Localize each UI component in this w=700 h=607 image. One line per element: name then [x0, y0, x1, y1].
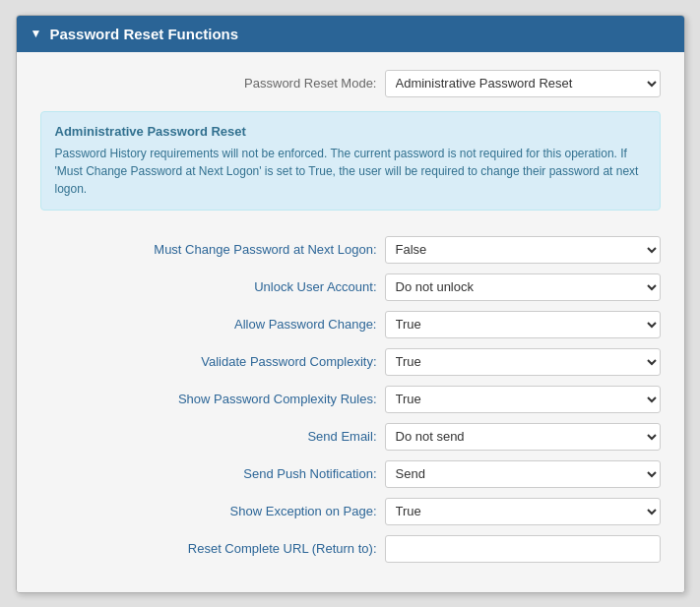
field-reset-url-label: Reset Complete URL (Return to):: [170, 541, 377, 556]
field-must-change-password-label: Must Change Password at Next Logon:: [154, 242, 376, 257]
show-complexity-rules-select[interactable]: True False: [385, 386, 661, 413]
panel-header: ▼ Password Reset Functions: [17, 16, 684, 52]
field-send-push-label: Send Push Notification:: [170, 466, 377, 481]
validate-complexity-select[interactable]: True False: [385, 348, 661, 376]
field-show-complexity-rules-row: Show Password Complexity Rules: True Fal…: [40, 386, 661, 413]
send-push-select[interactable]: Send Do not send: [385, 460, 661, 488]
chevron-icon[interactable]: ▼: [31, 27, 42, 40]
field-validate-complexity-row: Validate Password Complexity: True False: [40, 348, 661, 376]
password-reset-panel: ▼ Password Reset Functions Password Rese…: [16, 15, 685, 593]
password-reset-mode-select[interactable]: Administrative Password Reset User Passw…: [385, 70, 661, 97]
info-box-text: Password History requirements will not b…: [55, 145, 646, 198]
field-show-complexity-rules-label: Show Password Complexity Rules:: [170, 392, 377, 406]
field-allow-password-change-row: Allow Password Change: True False: [40, 311, 661, 338]
field-allow-password-change-label: Allow Password Change:: [170, 317, 377, 332]
field-show-exception-row: Show Exception on Page: True False: [40, 498, 661, 525]
field-validate-complexity-label: Validate Password Complexity:: [170, 354, 377, 369]
mode-row: Password Reset Mode: Administrative Pass…: [40, 70, 661, 97]
field-reset-url-row: Reset Complete URL (Return to):: [40, 535, 661, 563]
field-send-push-row: Send Push Notification: Send Do not send: [40, 460, 661, 488]
info-box: Administrative Password Reset Password H…: [40, 111, 661, 211]
info-box-title: Administrative Password Reset: [55, 124, 646, 139]
unlock-user-select[interactable]: Do not unlock Unlock: [385, 273, 661, 301]
reset-url-input[interactable]: [385, 535, 661, 563]
field-unlock-user-label: Unlock User Account:: [170, 279, 377, 294]
allow-password-change-select[interactable]: True False: [385, 311, 661, 338]
send-email-select[interactable]: Do not send Send: [385, 423, 661, 451]
show-exception-select[interactable]: True False: [385, 498, 661, 525]
must-change-password-select[interactable]: False True: [385, 236, 661, 264]
panel-title: Password Reset Functions: [49, 26, 238, 42]
field-send-email-row: Send Email: Do not send Send: [40, 423, 661, 451]
mode-label: Password Reset Mode:: [244, 76, 376, 91]
field-send-email-label: Send Email:: [170, 429, 377, 444]
panel-body: Password Reset Mode: Administrative Pass…: [17, 52, 684, 592]
field-show-exception-label: Show Exception on Page:: [170, 504, 377, 518]
field-unlock-user-row: Unlock User Account: Do not unlock Unloc…: [40, 273, 661, 301]
field-must-change-password-row: Must Change Password at Next Logon: Fals…: [40, 236, 661, 264]
